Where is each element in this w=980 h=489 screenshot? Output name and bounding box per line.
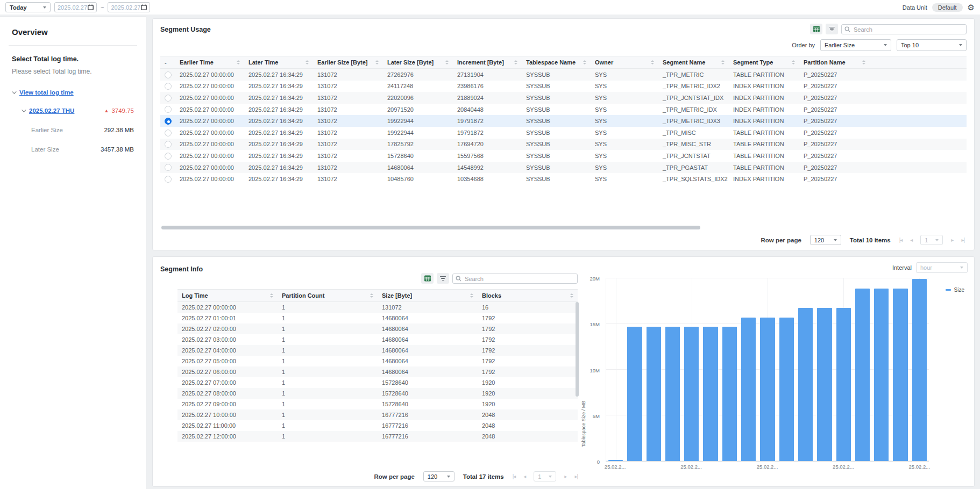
sort-icon[interactable] [370,293,373,298]
order-by-select[interactable]: Earlier Size [820,39,891,51]
column-header[interactable]: Later Size [Byte] [383,56,453,69]
export-csv-button[interactable] [810,24,822,34]
table-row[interactable]: 2025.02.27 08:00:001157286401920 [177,388,578,399]
row-select-radio[interactable] [165,153,172,160]
sort-icon[interactable] [375,60,379,64]
row-per-page-select[interactable]: 120 [810,235,841,245]
row-select-radio[interactable] [165,106,172,113]
date-from-input[interactable]: 2025.02.27 [54,2,97,12]
table-row[interactable]: 2025.02.27 00:00:002025.02.27 16:34:2913… [160,81,967,92]
log-day-link[interactable]: 2025.02.27 THU [29,107,74,114]
sort-icon[interactable] [721,60,725,64]
table-row[interactable]: 2025.02.27 01:00:011146800641792 [177,313,578,323]
sort-icon[interactable] [237,60,240,64]
first-page-icon[interactable]: |◂ [513,473,516,479]
gear-icon[interactable]: ⚙ [968,3,975,11]
table-row[interactable]: 2025.02.27 10:00:001167772162048 [177,409,578,420]
search-input[interactable] [841,24,967,34]
top-n-select[interactable]: Top 10 [897,39,967,51]
table-row[interactable]: 2025.02.27 00:00:002025.02.27 16:34:2913… [160,173,967,185]
column-header[interactable]: Log Time [177,290,278,302]
interval-select[interactable]: hour [916,262,968,273]
earlier-size-stat: Earlier Size 292.38 MB [31,127,134,133]
scrollbar-thumb[interactable] [161,226,700,229]
filter-button[interactable] [826,24,838,34]
row-select-radio[interactable] [165,141,172,148]
column-header[interactable]: Segment Type [729,56,799,69]
table-row[interactable]: 2025.02.27 00:00:00113107216 [177,302,578,313]
view-total-log-time-link[interactable]: View total log time [19,89,74,96]
prev-page-icon[interactable]: ◂ [910,237,912,243]
table-row[interactable]: 2025.02.27 00:00:002025.02.27 16:34:2913… [160,162,967,174]
column-header[interactable]: Partition Name [799,56,870,69]
data-unit-label: Data Unit [903,4,927,11]
last-page-icon[interactable]: ▸| [961,237,964,243]
table-row[interactable]: 2025.02.27 11:00:001167772162048 [177,420,578,431]
table-row[interactable]: 2025.02.27 00:00:002025.02.27 16:34:2913… [160,139,967,150]
row-per-page-select[interactable]: 120 [423,471,455,481]
page-select[interactable]: 1 [534,471,556,481]
row-select-radio[interactable] [165,164,172,171]
table-row[interactable]: 2025.02.27 04:00:001146800641792 [177,345,578,356]
row-select-radio[interactable] [165,71,172,78]
column-header[interactable]: Owner [591,56,658,69]
column-header[interactable]: - [160,56,175,69]
export-csv-button[interactable] [421,273,434,284]
column-header[interactable]: Tablespace Name [522,56,591,69]
sort-icon[interactable] [470,293,473,298]
table-row[interactable]: 2025.02.27 00:00:002025.02.27 16:34:2913… [160,150,967,162]
sort-icon[interactable] [570,293,573,298]
table-row[interactable]: 2025.02.27 05:00:001146800641792 [177,356,578,366]
chevron-down-icon[interactable] [12,89,16,94]
chart-plot [606,278,929,461]
chevron-down-icon[interactable] [22,107,26,112]
table-row[interactable]: 2025.02.27 12:00:001167772162048 [177,431,578,442]
calendar-icon[interactable] [88,4,94,10]
first-page-icon[interactable]: |◂ [899,237,903,243]
table-row[interactable]: 2025.02.27 00:00:002025.02.27 16:34:2913… [160,69,967,81]
column-header[interactable]: Blocks [478,290,578,302]
sort-icon[interactable] [583,60,586,64]
chart-bar [665,327,680,461]
table-row[interactable]: 2025.02.27 09:00:001157286401920 [177,399,578,409]
table-row[interactable]: 2025.02.27 02:00:001146800641792 [177,323,578,334]
sort-icon[interactable] [862,60,865,64]
table-row[interactable]: 2025.02.27 00:00:002025.02.27 16:34:2913… [160,92,967,104]
column-header[interactable]: Later Time [244,56,313,69]
sort-icon[interactable] [445,60,449,64]
date-range-preset-select[interactable]: Today [5,2,51,12]
column-header[interactable]: Increment [Byte] [453,56,522,69]
sort-icon[interactable] [270,293,273,298]
data-unit-badge[interactable]: Default [932,3,963,12]
column-header[interactable]: Size [Byte] [378,290,478,302]
column-header[interactable]: Segment Name [658,56,729,69]
search-input[interactable] [452,274,578,284]
row-select-radio[interactable] [165,95,172,102]
column-header[interactable]: Earlier Size [Byte] [313,56,383,69]
table-row[interactable]: 2025.02.27 00:00:002025.02.27 16:34:2913… [160,115,967,127]
column-header[interactable]: Partition Count [278,290,378,302]
sort-icon[interactable] [651,60,654,64]
horizontal-scrollbar[interactable] [161,226,965,229]
row-select-radio[interactable] [165,118,172,125]
sort-icon[interactable] [306,60,309,64]
date-to-input[interactable]: 2025.02.27 [108,2,150,12]
row-select-radio[interactable] [165,130,172,136]
row-select-radio[interactable] [165,83,172,90]
column-header[interactable]: Earlier Time [175,56,244,69]
table-row[interactable]: 2025.02.27 07:00:001157286401920 [177,377,578,388]
sort-icon[interactable] [792,60,795,64]
calendar-icon[interactable] [141,4,147,10]
table-row[interactable]: 2025.02.27 06:00:001146800641792 [177,366,578,377]
prev-page-icon[interactable]: ◂ [523,473,525,479]
sort-icon[interactable] [514,60,517,64]
table-row[interactable]: 2025.02.27 00:00:002025.02.27 16:34:2913… [160,104,967,116]
page-select[interactable]: 1 [920,235,943,245]
table-row[interactable]: 2025.02.27 03:00:001146800641792 [177,334,578,345]
table-row[interactable]: 2025.02.27 00:00:002025.02.27 16:34:2913… [160,127,967,139]
next-page-icon[interactable]: ▸ [951,237,953,243]
filter-button[interactable] [437,273,449,284]
y-tick-label: 20M [590,276,600,282]
row-select-radio[interactable] [165,176,172,183]
next-page-icon[interactable]: ▸ [564,473,566,479]
